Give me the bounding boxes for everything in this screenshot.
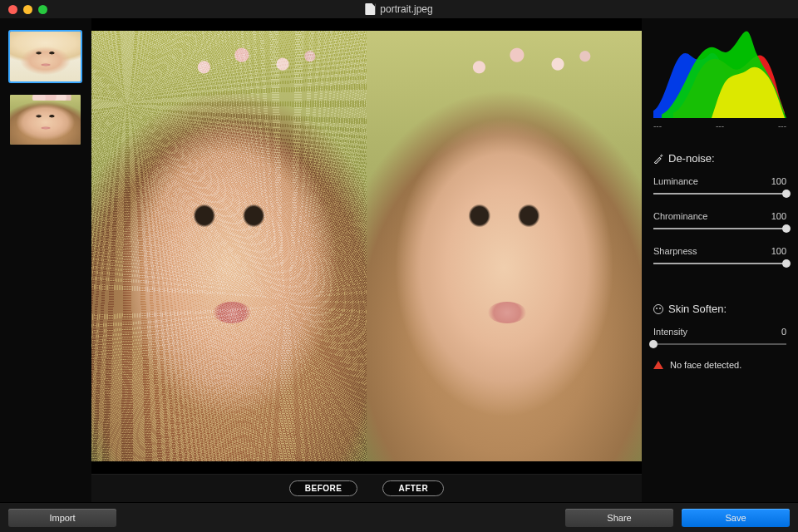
import-button[interactable]: Import <box>8 509 116 527</box>
thumbnail-image <box>10 95 81 145</box>
preview-area: BEFORE AFTER <box>91 18 642 502</box>
intensity-slider-row: Intensity 0 <box>653 327 786 345</box>
denoise-section-title: De-noise: <box>653 152 786 165</box>
histogram-tick: --- <box>716 121 724 131</box>
before-button[interactable]: BEFORE <box>289 480 358 496</box>
luminance-slider-row: Luminance 100 <box>653 176 786 195</box>
sharpness-slider[interactable] <box>653 263 786 264</box>
sharpness-label: Sharpness <box>653 246 697 256</box>
slider-thumb[interactable] <box>782 224 791 233</box>
face-icon <box>653 304 663 314</box>
footer-bar: Import Share Save <box>0 502 798 532</box>
compare-toolbar: BEFORE AFTER <box>91 474 642 502</box>
thumbnail-item[interactable] <box>10 32 81 81</box>
skin-section-title: Skin Soften: <box>653 303 786 315</box>
before-pane[interactable] <box>91 31 367 461</box>
after-image <box>367 31 642 461</box>
intensity-value: 0 <box>781 327 786 337</box>
histogram-tick: --- <box>653 121 662 131</box>
warning-row: No face detected. <box>653 360 786 370</box>
close-window-icon[interactable] <box>8 5 17 14</box>
luminance-label: Luminance <box>653 176 698 186</box>
histogram <box>653 28 786 118</box>
minimize-window-icon[interactable] <box>23 5 32 14</box>
slider-thumb[interactable] <box>782 190 791 198</box>
skin-title-text: Skin Soften: <box>668 303 727 315</box>
traffic-lights <box>0 5 47 14</box>
intensity-slider[interactable] <box>653 343 786 345</box>
adjustments-panel: --- --- --- De-noise: Luminance 100 <box>642 18 798 502</box>
chrominance-slider-row: Chrominance 100 <box>653 211 786 229</box>
save-button[interactable]: Save <box>682 509 790 527</box>
thumbnail-item[interactable] <box>10 95 81 145</box>
intensity-label: Intensity <box>653 327 687 337</box>
window-title-text: portrait.jpeg <box>380 3 432 15</box>
chrominance-slider[interactable] <box>653 228 786 229</box>
sharpness-value: 100 <box>771 246 786 256</box>
window-titlebar: portrait.jpeg <box>0 0 798 18</box>
denoise-title-text: De-noise: <box>668 152 715 165</box>
window-title: portrait.jpeg <box>365 3 432 15</box>
chrominance-label: Chrominance <box>653 211 707 221</box>
thumbnail-image <box>10 32 81 81</box>
thumbnail-sidebar <box>0 18 91 502</box>
slider-thumb[interactable] <box>782 259 791 268</box>
after-button[interactable]: AFTER <box>382 480 444 496</box>
histogram-ticks: --- --- --- <box>653 121 786 131</box>
before-image <box>91 31 367 461</box>
histogram-chart <box>653 28 786 118</box>
warning-icon <box>653 361 663 369</box>
warning-text: No face detected. <box>670 360 741 370</box>
zoom-window-icon[interactable] <box>38 5 47 14</box>
wand-icon <box>653 154 663 164</box>
share-button[interactable]: Share <box>565 509 673 527</box>
luminance-value: 100 <box>771 176 786 186</box>
histogram-tick: --- <box>778 121 786 131</box>
slider-thumb[interactable] <box>649 340 658 348</box>
sharpness-slider-row: Sharpness 100 <box>653 246 786 264</box>
after-pane[interactable] <box>367 31 642 461</box>
chrominance-value: 100 <box>771 211 786 221</box>
document-icon <box>365 3 375 15</box>
luminance-slider[interactable] <box>653 193 786 195</box>
